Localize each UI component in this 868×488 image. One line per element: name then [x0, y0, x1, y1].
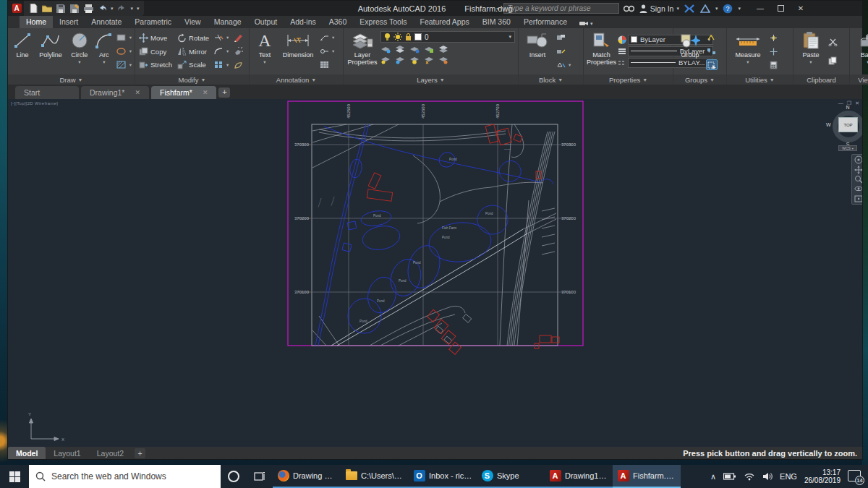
copy-button[interactable]: Copy: [138, 46, 172, 57]
panel-view-label[interactable]: View▼: [850, 74, 868, 85]
layer-tool-icon[interactable]: [424, 55, 434, 64]
layout2-tab[interactable]: Layout2: [89, 447, 132, 459]
layer-properties-button[interactable]: Layer Properties: [346, 30, 378, 73]
panel-block-label[interactable]: Block▼: [519, 74, 583, 85]
layer-dropdown[interactable]: 0 ▾: [380, 31, 515, 43]
table-button[interactable]: [319, 59, 334, 70]
paste-button[interactable]: Paste ▾: [796, 30, 825, 73]
layer-tool-icon[interactable]: [380, 44, 391, 53]
help-icon[interactable]: ?: [722, 3, 733, 14]
scale-button[interactable]: Scale: [176, 59, 209, 70]
ribbon-tab-parametric[interactable]: Parametric: [128, 16, 178, 28]
measure-dropdown-icon[interactable]: ▾: [746, 60, 749, 64]
mirror-button[interactable]: Mirror: [176, 46, 209, 57]
start-button[interactable]: [0, 465, 29, 488]
panel-utilities-label[interactable]: Utilities▼: [727, 74, 793, 85]
create-block-button[interactable]: [556, 33, 571, 43]
wifi-icon[interactable]: [744, 472, 755, 481]
clock[interactable]: 13:17 26/08/2019: [804, 468, 841, 484]
circle-button[interactable]: Circle ▾: [67, 30, 92, 73]
fishfarm-close-icon[interactable]: ✕: [203, 89, 208, 96]
viewcube-top-face[interactable]: TOP: [838, 117, 858, 132]
copy-clip-button[interactable]: [827, 55, 838, 66]
layer-tool-icon[interactable]: [438, 44, 448, 53]
zoom-icon[interactable]: [854, 175, 862, 184]
drawing-close-icon[interactable]: ✕: [855, 100, 859, 106]
arc-dropdown-icon[interactable]: ▾: [103, 60, 105, 64]
ribbon-tab-featured-apps[interactable]: Featured Apps: [413, 16, 475, 28]
close-button[interactable]: ✕: [791, 2, 810, 15]
layer-tool-icon[interactable]: [409, 44, 420, 53]
taskbar-button-firefox[interactable]: Drawing not ...: [273, 465, 341, 488]
new-file-icon[interactable]: [28, 4, 38, 14]
rectangle-tool-button[interactable]: ▾: [116, 33, 132, 43]
explode-button[interactable]: [233, 46, 243, 57]
full-navigation-wheel-icon[interactable]: [854, 155, 862, 164]
ribbon-tab-manage[interactable]: Manage: [208, 16, 248, 28]
taskbar-search-input[interactable]: Search the web and Windows: [29, 465, 221, 488]
a360-dropdown-icon[interactable]: ▾: [715, 6, 718, 12]
layer-tool-icon[interactable]: [395, 55, 405, 64]
array-button[interactable]: ▾: [213, 59, 229, 70]
panel-annotation-label[interactable]: Annotation▼: [250, 74, 343, 85]
hatch-tool-button[interactable]: ▾: [116, 59, 132, 70]
cortana-button[interactable]: [221, 465, 247, 488]
ribbon-tab-output[interactable]: Output: [248, 16, 284, 28]
panel-clipboard-label[interactable]: Clipboard: [793, 74, 849, 85]
open-file-icon[interactable]: [42, 4, 52, 14]
tray-expand-icon[interactable]: ∧: [710, 472, 716, 481]
redo-icon[interactable]: [117, 4, 127, 14]
text-button[interactable]: A Text ▾: [252, 30, 277, 73]
qat-customize-icon[interactable]: ▾: [137, 6, 140, 12]
move-button[interactable]: Move: [138, 33, 172, 43]
task-view-button[interactable]: [247, 465, 273, 488]
ribbon-tab-performance[interactable]: Performance: [517, 16, 574, 28]
layout1-tab[interactable]: Layout1: [46, 447, 88, 459]
file-tab-fishfarm[interactable]: Fishfarm*✕: [151, 86, 216, 99]
match-properties-button[interactable]: Match Properties: [587, 30, 616, 73]
orbit-icon[interactable]: [854, 184, 862, 193]
file-tab-drawing1[interactable]: Drawing1*✕: [81, 86, 149, 99]
ellipse-tool-button[interactable]: ▾: [116, 46, 132, 57]
sign-in-button[interactable]: Sign In ▾: [639, 4, 679, 13]
cut-button[interactable]: [827, 37, 838, 48]
arc-button[interactable]: Arc ▾: [94, 30, 114, 73]
ribbon-tab-insert[interactable]: Insert: [53, 16, 85, 28]
id-point-button[interactable]: [768, 33, 778, 43]
measure-button[interactable]: Measure ▾: [730, 30, 766, 73]
multileader-button[interactable]: ▾: [319, 46, 334, 57]
insert-button[interactable]: Insert: [522, 30, 553, 73]
minimize-button[interactable]: —: [751, 2, 770, 15]
ungroup-button[interactable]: [706, 33, 718, 43]
viewcube-wcs-menu[interactable]: WCS▾: [838, 145, 857, 151]
redo-dropdown-icon[interactable]: ▾: [131, 6, 134, 12]
leader-button[interactable]: ▾: [319, 33, 334, 43]
fillet-button[interactable]: ▾: [213, 46, 229, 57]
undo-icon[interactable]: [97, 4, 107, 14]
taskbar-button-skype[interactable]: SSkype: [477, 465, 545, 488]
panel-draw-label[interactable]: Draw▼: [8, 74, 135, 85]
ribbon-tab-annotate[interactable]: Annotate: [85, 16, 128, 28]
maximize-button[interactable]: [771, 2, 790, 15]
rotate-button[interactable]: Rotate: [176, 33, 209, 43]
layer-tool-icon[interactable]: [438, 55, 448, 64]
taskbar-button-explorer[interactable]: C:\Users\richa...: [341, 465, 409, 488]
ribbon-tab-addins[interactable]: Add-ins: [284, 16, 323, 28]
battery-icon[interactable]: [723, 473, 736, 480]
action-center-button[interactable]: 14: [848, 470, 862, 483]
undo-dropdown-icon[interactable]: ▾: [111, 6, 114, 12]
text-dropdown-icon[interactable]: ▾: [263, 60, 265, 64]
layer-tool-icon[interactable]: [395, 44, 405, 53]
block-attributes-button[interactable]: ▾: [556, 59, 571, 70]
line-button[interactable]: Line: [11, 30, 34, 73]
ribbon-tab-express-tools[interactable]: Express Tools: [353, 16, 413, 28]
stretch-button[interactable]: Stretch: [138, 59, 172, 70]
panel-groups-label[interactable]: Groups▼: [673, 74, 726, 85]
viewport-controls-label[interactable]: [-][Top][2D Wireframe]: [11, 101, 58, 106]
language-indicator[interactable]: ENG: [780, 472, 797, 481]
viewcube-west[interactable]: W: [826, 122, 831, 127]
base-button[interactable]: Base ▾: [853, 30, 868, 73]
fillet-edge-button[interactable]: [233, 59, 243, 70]
ribbon-tab-a360[interactable]: A360: [323, 16, 354, 28]
quick-calc-button[interactable]: [768, 59, 778, 70]
